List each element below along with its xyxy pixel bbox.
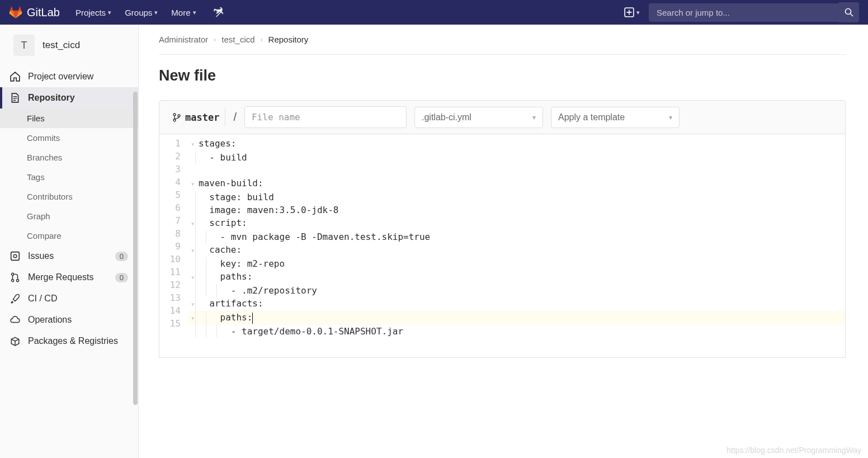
scrollbar[interactable] <box>133 25 138 458</box>
package-icon <box>10 336 20 346</box>
code-line[interactable]: ▾ artifacts: <box>187 297 845 311</box>
cloud-icon <box>10 315 20 325</box>
search-icon <box>845 8 853 17</box>
gitlab-logo-icon <box>9 6 22 19</box>
nav-menu: Projects ▾ Groups ▾ More ▾ <box>70 4 229 21</box>
svg-point-3 <box>13 254 17 258</box>
doc-icon <box>10 93 20 103</box>
code-line[interactable]: ▾ cache: <box>187 243 845 257</box>
file-name-input[interactable] <box>244 106 407 128</box>
wrench-icon <box>213 7 223 17</box>
plus-square-icon <box>624 7 634 17</box>
sidebar-item-issues[interactable]: Issues 0 <box>0 245 138 267</box>
rocket-icon <box>10 294 20 304</box>
path-separator: / <box>233 111 237 124</box>
svg-point-8 <box>173 119 176 121</box>
sidebar: T test_cicd Project overview Repository … <box>0 25 139 458</box>
code-line[interactable]: ▾ paths: <box>187 270 845 284</box>
main-content: Administrator › test_cicd › Repository N… <box>139 25 868 458</box>
sidebar-item-repository[interactable]: Repository <box>0 87 138 108</box>
svg-point-9 <box>178 115 180 117</box>
chevron-down-icon: ▾ <box>669 114 672 121</box>
sidebar-sub-graph[interactable]: Graph <box>0 206 138 226</box>
code-line[interactable]: - mvn package -B -Dmaven.test.skip=true <box>187 230 845 243</box>
page-title: New file <box>159 67 846 84</box>
sidebar-item-cicd[interactable]: CI / CD <box>0 288 138 309</box>
sidebar-item-operations[interactable]: Operations <box>0 309 138 330</box>
project-name: test_cicd <box>43 40 80 51</box>
code-line[interactable]: ▾stages: <box>187 137 845 151</box>
chevron-down-icon: ▾ <box>154 9 158 16</box>
sidebar-sub-compare[interactable]: Compare <box>0 226 138 245</box>
brand[interactable]: GitLab <box>9 6 60 19</box>
chevron-down-icon: ▾ <box>193 9 196 16</box>
code-line[interactable]: - target/demo-0.0.1-SNAPSHOT.jar <box>187 325 845 338</box>
project-avatar: T <box>13 35 35 56</box>
nav-admin-wrench[interactable] <box>204 4 229 21</box>
chevron-down-icon: ▾ <box>108 9 111 16</box>
svg-point-1 <box>846 9 851 15</box>
code-line[interactable]: ▾maven-build: <box>187 177 845 191</box>
sidebar-item-packages[interactable]: Packages & Registries <box>0 330 138 352</box>
chevron-down-icon: ▾ <box>532 114 536 121</box>
chevron-down-icon: ▾ <box>636 9 640 16</box>
sidebar-sub-contributors[interactable]: Contributors <box>0 187 138 206</box>
code-editor[interactable]: 123456789101112131415 ▾stages: - build▾m… <box>159 134 846 358</box>
svg-rect-2 <box>11 252 20 261</box>
svg-point-6 <box>16 280 18 282</box>
sidebar-item-overview[interactable]: Project overview <box>0 66 138 87</box>
nav-projects[interactable]: Projects ▾ <box>70 4 117 21</box>
breadcrumb-admin[interactable]: Administrator <box>159 35 208 44</box>
code-line[interactable]: - .m2/repository <box>187 284 845 297</box>
file-type-select[interactable]: .gitlab-ci.yml ▾ <box>414 107 543 128</box>
scrollbar-thumb[interactable] <box>133 92 138 405</box>
code-line[interactable] <box>187 164 845 177</box>
breadcrumb-project[interactable]: test_cicd <box>221 35 254 44</box>
brand-text: GitLab <box>27 6 60 19</box>
issues-icon <box>10 251 20 261</box>
sidebar-sub-branches[interactable]: Branches <box>0 148 138 167</box>
breadcrumb-repository[interactable]: Repository <box>268 35 309 44</box>
svg-point-4 <box>11 273 13 275</box>
top-navbar: GitLab Projects ▾ Groups ▾ More ▾ <box>0 0 868 25</box>
code-line[interactable]: ▾ paths: <box>187 311 845 325</box>
chevron-right-icon: › <box>261 36 263 44</box>
svg-point-5 <box>11 280 13 282</box>
breadcrumb: Administrator › test_cicd › Repository <box>159 35 846 55</box>
nav-groups[interactable]: Groups ▾ <box>119 4 163 21</box>
branch-selector[interactable]: master <box>167 108 225 126</box>
code-line[interactable]: stage: build <box>187 191 845 204</box>
sidebar-item-merge-requests[interactable]: Merge Requests 0 <box>0 267 138 288</box>
branch-icon <box>173 113 181 122</box>
code-line[interactable]: - build <box>187 151 845 164</box>
code-line[interactable]: key: m2-repo <box>187 257 845 270</box>
sidebar-sub-commits[interactable]: Commits <box>0 128 138 148</box>
code-line[interactable]: ▾ script: <box>187 216 845 230</box>
template-select[interactable]: Apply a template ▾ <box>551 107 680 128</box>
nav-more[interactable]: More ▾ <box>166 4 201 21</box>
line-gutter: 123456789101112131415 <box>159 134 187 357</box>
svg-point-7 <box>173 114 176 116</box>
repository-sublist: Files Commits Branches Tags Contributors… <box>0 108 138 245</box>
code-line[interactable]: image: maven:3.5.0-jdk-8 <box>187 204 845 216</box>
sidebar-sub-tags[interactable]: Tags <box>0 167 138 187</box>
issues-count-badge: 0 <box>115 252 128 261</box>
search-input[interactable] <box>649 3 839 22</box>
search-button[interactable] <box>839 2 859 22</box>
sidebar-sub-files[interactable]: Files <box>0 108 138 128</box>
watermark: https://blog.csdn.net/ProgrammingWay <box>727 446 861 455</box>
merge-icon <box>10 272 20 282</box>
home-icon <box>10 72 20 82</box>
chevron-right-icon: › <box>214 36 216 44</box>
new-menu[interactable]: ▾ <box>624 7 640 17</box>
editor-toolbar: master / .gitlab-ci.yml ▾ Apply a templa… <box>159 100 846 134</box>
project-header[interactable]: T test_cicd <box>4 27 134 64</box>
mr-count-badge: 0 <box>115 273 128 282</box>
code-lines[interactable]: ▾stages: - build▾maven-build: stage: bui… <box>187 134 845 357</box>
